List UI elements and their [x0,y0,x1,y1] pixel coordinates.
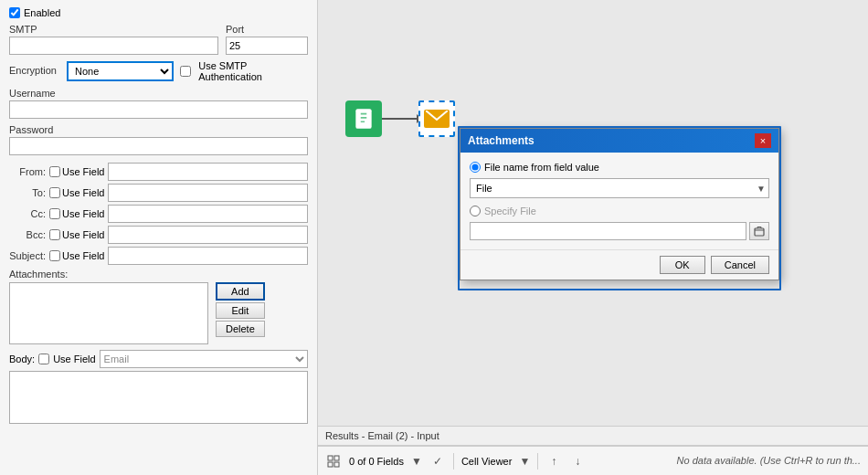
password-row: Password [9,124,308,155]
ok-button[interactable]: OK [660,256,705,274]
from-use-field: Use Field [49,166,104,177]
down-arrow-button[interactable]: ↓ [567,451,587,471]
results-label: Results - Email (2) - Input [325,430,439,441]
dialog-titlebar: Attachments × [460,129,778,153]
svg-rect-6 [334,462,339,467]
cell-viewer-label: Cell Viewer [461,456,512,467]
bcc-label: Bcc: [9,229,46,240]
to-use-field: Use Field [49,187,104,198]
smtp-container: SMTP [9,24,218,55]
cell-viewer-dropdown-button[interactable]: ▼ [517,451,532,471]
canvas-area: Attachments × File name from field value… [318,0,868,420]
to-use-field-checkbox[interactable] [49,187,60,198]
from-use-field-checkbox[interactable] [49,166,60,177]
body-email-dropdown[interactable]: Email [100,350,308,368]
file-select[interactable]: File [470,178,769,198]
attachments-section: Attachments: Add Edit Delete [9,269,308,344]
cc-use-field-label: Use Field [62,208,104,219]
to-input[interactable] [108,184,308,202]
browse-button[interactable] [749,222,769,240]
specify-file-option: Specify File [470,206,769,216]
smtp-label: SMTP [9,24,218,35]
password-label: Password [9,124,308,135]
cancel-button[interactable]: Cancel [711,256,769,274]
enabled-checkbox[interactable] [9,7,20,18]
encryption-label: Encryption [9,65,57,76]
cc-use-field-checkbox[interactable] [49,208,60,219]
cc-input[interactable] [108,205,308,223]
encryption-select[interactable]: None SSL TLS [68,62,173,80]
port-input[interactable] [226,37,308,55]
edit-button[interactable]: Edit [216,302,265,319]
toolbar-separator-2 [537,453,538,470]
email-icon [424,110,450,128]
fields-dropdown-button[interactable]: ▼ [409,451,424,471]
body-inner: Body: Use Field Email [9,350,308,368]
toolbar-separator-1 [453,453,454,470]
body-use-field-label: Use Field [53,354,95,364]
grid-icon-button[interactable] [323,451,344,471]
bcc-use-field-checkbox[interactable] [49,229,60,240]
panel-scroll: Enabled SMTP Port Encryption None SSL TL… [9,7,308,475]
svg-rect-3 [328,456,333,460]
password-input[interactable] [9,137,308,155]
smtp-auth-label: Use SMTP Authentication [198,60,308,82]
enabled-label: Enabled [24,7,60,18]
fields-count: 0 of 0 Fields [349,456,404,467]
subject-row: Subject: Use Field [9,247,308,265]
smtp-auth-checkbox[interactable] [180,66,191,77]
up-arrow-button[interactable]: ↑ [544,451,564,471]
book-node[interactable] [345,100,382,137]
encryption-row: Encryption None SSL TLS Use SMTP Authent… [9,60,308,82]
subject-use-field-checkbox[interactable] [49,250,60,261]
file-name-radio[interactable] [470,162,481,173]
checkmark-button[interactable]: ✓ [428,451,448,471]
subject-label: Subject: [9,250,46,261]
dialog-title: Attachments [468,134,535,147]
body-content [9,371,308,424]
to-use-field-label: Use Field [62,187,104,198]
from-label: From: [9,166,46,177]
smtp-input[interactable] [9,37,218,55]
add-button[interactable]: Add [216,282,265,301]
specify-file-input[interactable] [470,222,746,240]
file-name-from-field-option: File name from field value [470,162,769,173]
specify-file-radio[interactable] [470,206,481,216]
file-name-from-field-label: File name from field value [484,162,599,173]
svg-rect-4 [334,456,339,460]
from-use-field-label: Use Field [62,166,104,177]
right-panel: Attachments × File name from field value… [318,0,868,475]
specify-file-label: Specify File [484,206,536,216]
cc-row: Cc: Use Field [9,205,308,223]
cc-label: Cc: [9,208,46,219]
svg-rect-2 [755,228,764,236]
email-node[interactable] [418,100,455,137]
bcc-row: Bcc: Use Field [9,226,308,244]
subject-use-field: Use Field [49,250,104,261]
dialog-close-button[interactable]: × [755,133,771,148]
file-select-wrapper: File ▼ [470,178,769,198]
left-panel: Enabled SMTP Port Encryption None SSL TL… [0,0,318,475]
to-label: To: [9,187,46,198]
results-bar: Results - Email (2) - Input [318,426,868,446]
bcc-use-field-label: Use Field [62,229,104,240]
to-row: To: Use Field [9,184,308,202]
enabled-row: Enabled [9,7,308,18]
svg-rect-5 [328,462,333,467]
subject-input[interactable] [108,247,308,265]
body-label: Body: [9,354,35,364]
bcc-input[interactable] [108,226,308,244]
cc-use-field: Use Field [49,208,104,219]
dialog-footer: OK Cancel [460,249,778,280]
username-input[interactable] [9,100,308,119]
attachments-label: Attachments: [9,269,308,280]
body-use-field-checkbox[interactable] [38,354,49,364]
subject-use-field-label: Use Field [62,250,104,261]
delete-button[interactable]: Delete [216,321,265,337]
port-label: Port [226,24,308,35]
no-data-text: No data available. (Use Ctrl+R to run th… [677,455,861,466]
connector-line [382,118,418,120]
svg-rect-0 [360,113,368,123]
from-input[interactable] [108,163,308,181]
attachments-list [9,282,208,344]
